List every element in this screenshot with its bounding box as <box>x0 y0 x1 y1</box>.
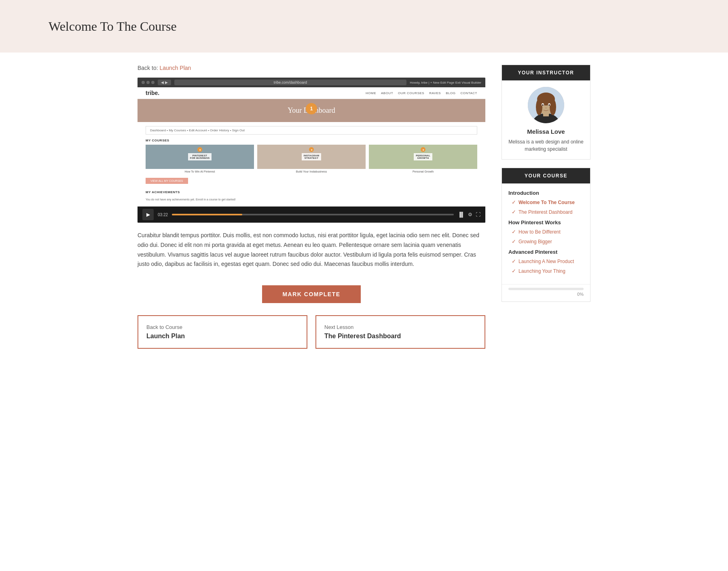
svg-point-6 <box>550 99 556 115</box>
breadcrumb-link[interactable]: Launch Plan <box>159 65 191 71</box>
course-card-personal: ★ PERSONALGROWTH Personal Growth <box>369 145 477 173</box>
progress-section: 0% <box>502 284 590 301</box>
lesson-link-growing[interactable]: Growing Bigger <box>518 239 552 244</box>
instructor-avatar-svg <box>528 87 564 123</box>
dashboard-badge: 1 <box>306 103 317 114</box>
nav-courses: OUR COURSES <box>398 91 424 95</box>
nav-about: ABOUT <box>381 91 393 95</box>
next-card-label: Next Lesson <box>324 324 476 330</box>
svg-point-5 <box>536 99 542 115</box>
back-card-label: Back to Course <box>146 324 298 330</box>
sidebar: YOUR INSTRUCTOR <box>502 65 590 349</box>
lesson-item-different: ✓ How to Be Different <box>508 229 584 235</box>
lesson-link-launching-new[interactable]: Launching A New Product <box>518 259 574 264</box>
dashboard-content: Dashboard • My Courses • Edit Account • … <box>138 122 485 206</box>
mark-complete-button[interactable]: MARK COMPLETE <box>262 285 360 303</box>
lesson-check-launching-new: ✓ <box>512 258 516 265</box>
course-card-icon-3: ★ <box>421 147 425 152</box>
course-card-pinterest: ★ PINTERESTFOR BUSINESS How To Win At Pi… <box>146 145 254 173</box>
course-card-bg-pinterest: ★ PINTERESTFOR BUSINESS <box>146 145 254 169</box>
my-courses-label: MY COURSES <box>146 139 477 142</box>
section-title-how-pinterest: How Pinterest Works <box>508 219 584 225</box>
section-title-introduction: Introduction <box>508 190 584 196</box>
fullscreen-icon[interactable]: ⛶ <box>476 212 480 218</box>
instructor-content: Melissa Love Melissa is a web design and… <box>502 80 590 159</box>
settings-icon[interactable]: ⚙ <box>468 212 472 218</box>
nav-blog: BLOG <box>446 91 455 95</box>
dashboard-menu: Dashboard • My Courses • Edit Account • … <box>146 126 477 135</box>
course-card-bg-instagram: ★ INSTAGRAMSTRATEGY <box>257 145 366 169</box>
lesson-text: Curabitur blandit tempus porttitor. Duis… <box>138 223 485 277</box>
lesson-item-dashboard: ✓ The Pinterest Dashboard <box>508 209 584 215</box>
instructor-bio: Melissa is a web design and online marke… <box>508 138 584 153</box>
course-section-header: YOUR COURSE <box>502 168 590 183</box>
lesson-check-launching-thing: ✓ <box>512 268 516 274</box>
lesson-link-dashboard[interactable]: The Pinterest Dashboard <box>518 209 572 215</box>
svg-point-9 <box>542 104 544 106</box>
volume-icon[interactable]: ▐▌ <box>458 212 465 218</box>
lesson-check-welcome: ✓ <box>512 199 516 206</box>
browser-url: tribe.com/dashboard <box>174 80 407 85</box>
course-card-icon-1: ★ <box>197 147 202 152</box>
video-container: ◀ ▶ tribe.com/dashboard Howdy, tribe | +… <box>138 78 485 223</box>
lesson-check-dashboard: ✓ <box>512 209 516 215</box>
lesson-item-launching-new: ✓ Launching A New Product <box>508 258 584 265</box>
video-controls: ▶ 03:22 ▐▌ ⚙ ⛶ <box>138 206 485 223</box>
video-progress-bar[interactable] <box>172 214 454 215</box>
browser-dot-3 <box>151 81 154 84</box>
lesson-check-growing: ✓ <box>512 238 516 245</box>
course-card-title-1: How To Win At Pinterest <box>146 170 254 173</box>
view-all-courses-button[interactable]: VIEW ALL MY COURSES <box>146 178 188 184</box>
next-card-title: The Pinterest Dashboard <box>324 333 476 340</box>
nav-cards: Back to Course Launch Plan Next Lesson T… <box>138 315 485 349</box>
back-card-title: Launch Plan <box>146 333 298 340</box>
course-card-label-instagram: INSTAGRAMSTRATEGY <box>302 153 322 160</box>
instructor-avatar <box>528 87 564 123</box>
lesson-link-different[interactable]: How to Be Different <box>518 229 561 235</box>
course-card-icon-2: ★ <box>309 147 314 152</box>
main-container: Back to: Launch Plan ◀ ▶ tribe.com/dashb… <box>121 53 607 361</box>
video-progress-fill <box>172 214 242 215</box>
nav-raves: RAVES <box>429 91 441 95</box>
achievements-text: You do not have any achievements yet. En… <box>146 196 477 202</box>
browser-back-btn[interactable]: ◀ ▶ <box>158 80 171 85</box>
svg-point-10 <box>548 104 550 106</box>
svg-point-11 <box>545 107 547 109</box>
lesson-link-launching-thing[interactable]: Launching Your Thing <box>518 268 565 274</box>
course-card-instagram: ★ INSTAGRAMSTRATEGY Build Your Instabusi… <box>257 145 366 173</box>
course-card-bg-personal: ★ PERSONALGROWTH <box>369 145 477 169</box>
browser-top-bar-text: Howdy, tribe | + New Edit Page Exit Visu… <box>410 81 481 84</box>
lesson-link-welcome[interactable]: Welcome To The Course <box>518 200 575 205</box>
achievements-label: MY ACHIEVEMENTS <box>146 190 477 194</box>
instructor-section: YOUR INSTRUCTOR <box>502 65 590 160</box>
next-lesson-card[interactable]: Next Lesson The Pinterest Dashboard <box>315 315 485 349</box>
instructor-name: Melissa Love <box>508 128 584 135</box>
play-button[interactable]: ▶ <box>142 209 154 220</box>
content-area: Back to: Launch Plan ◀ ▶ tribe.com/dashb… <box>138 65 485 349</box>
page-title: Welcome To The Course <box>49 19 177 34</box>
back-to-course-card[interactable]: Back to Course Launch Plan <box>138 315 307 349</box>
instructor-section-header: YOUR INSTRUCTOR <box>502 65 590 80</box>
course-card-title-3: Personal Growth <box>369 170 477 173</box>
video-icons: ▐▌ ⚙ ⛶ <box>458 212 480 218</box>
site-nav-links: HOME ABOUT OUR COURSES RAVES BLOG CONTAC… <box>366 91 477 95</box>
breadcrumb-label: Back to: <box>138 65 158 71</box>
mark-complete-container: MARK COMPLETE <box>138 285 485 303</box>
browser-mock: ◀ ▶ tribe.com/dashboard Howdy, tribe | +… <box>138 78 485 206</box>
site-nav: tribe. HOME ABOUT OUR COURSES RAVES BLOG… <box>138 87 485 99</box>
lesson-item-launching-thing: ✓ Launching Your Thing <box>508 268 584 274</box>
course-content: Introduction ✓ Welcome To The Course ✓ T… <box>502 183 590 284</box>
video-time: 03:22 <box>158 213 168 217</box>
lesson-item-growing: ✓ Growing Bigger <box>508 238 584 245</box>
section-title-advanced: Advanced Pinterest <box>508 249 584 255</box>
sidebar-progress-bar <box>508 288 584 290</box>
breadcrumb: Back to: Launch Plan <box>138 65 485 71</box>
course-card-label-personal: PERSONALGROWTH <box>414 153 432 160</box>
dashboard-hero: Your Dashboard 1 <box>138 99 485 122</box>
browser-toolbar: ◀ ▶ tribe.com/dashboard Howdy, tribe | +… <box>138 78 485 87</box>
browser-dot-2 <box>146 81 150 84</box>
nav-contact: CONTACT <box>460 91 477 95</box>
course-section: YOUR COURSE Introduction ✓ Welcome To Th… <box>502 168 590 302</box>
lesson-item-welcome: ✓ Welcome To The Course <box>508 199 584 206</box>
course-card-label-pinterest: PINTERESTFOR BUSINESS <box>188 153 212 160</box>
